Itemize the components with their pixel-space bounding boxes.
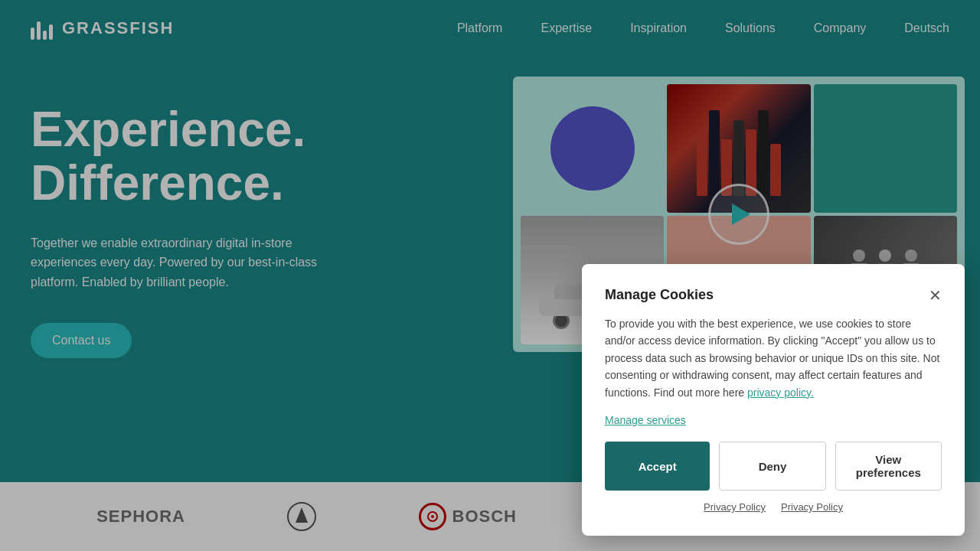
manage-services-link[interactable]: Manage services <box>605 414 686 426</box>
cookie-modal: Manage Cookies ✕ To provide you with the… <box>582 264 965 536</box>
footer-privacy-link-2[interactable]: Privacy Policy <box>781 501 843 513</box>
modal-footer: Privacy Policy Privacy Policy <box>605 501 942 513</box>
modal-buttons: Accept Deny View preferences <box>605 442 942 491</box>
footer-privacy-link-1[interactable]: Privacy Policy <box>704 501 766 513</box>
modal-body-text: To provide you with the best experience,… <box>605 315 942 401</box>
deny-button[interactable]: Deny <box>719 442 825 491</box>
accept-button[interactable]: Accept <box>605 442 710 491</box>
view-preferences-button[interactable]: View preferences <box>835 442 942 491</box>
privacy-policy-link[interactable]: privacy policy. <box>747 386 814 399</box>
close-modal-button[interactable]: ✕ <box>929 288 942 303</box>
modal-title: Manage Cookies <box>605 287 714 303</box>
modal-header: Manage Cookies ✕ <box>605 287 942 303</box>
modal-overlay: Manage Cookies ✕ To provide you with the… <box>0 0 980 551</box>
